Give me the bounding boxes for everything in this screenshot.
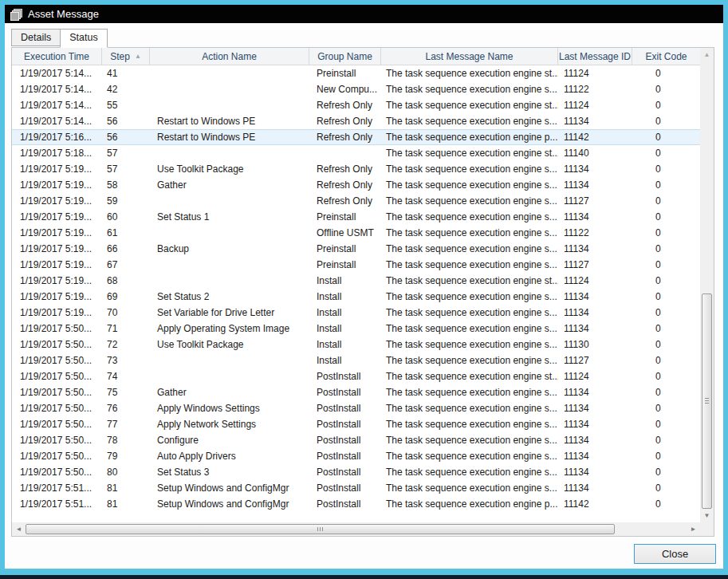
- grid-cell: Use Toolkit Package: [150, 161, 309, 177]
- grid-cell: Refresh Only: [309, 97, 381, 113]
- grid-cell: 0: [632, 289, 700, 305]
- grid-cell: [150, 225, 309, 241]
- grid-row[interactable]: 1/19/2017 5:51...81Setup Windows and Con…: [12, 496, 700, 512]
- vertical-scrollbar-thumb[interactable]: [702, 293, 712, 509]
- grid-row[interactable]: 1/19/2017 5:19...69Set Status 2InstallTh…: [12, 289, 700, 305]
- grid-cell: [150, 145, 309, 161]
- grid-cell: 1/19/2017 5:50...: [12, 464, 102, 480]
- grid-row[interactable]: 1/19/2017 5:50...78ConfigurePostInstallT…: [12, 432, 700, 448]
- grid-cell: Gather: [150, 384, 309, 400]
- grid-row[interactable]: 1/19/2017 5:19...67PreinstallThe task se…: [12, 257, 700, 273]
- grid-row[interactable]: 1/19/2017 5:18...57The task sequence exe…: [12, 145, 700, 161]
- grid-cell: 11127: [558, 193, 632, 209]
- grid-cell: 11134: [558, 400, 632, 416]
- grid-row[interactable]: 1/19/2017 5:50...74PostInstallThe task s…: [12, 368, 700, 384]
- grid-row[interactable]: 1/19/2017 5:19...68InstallThe task seque…: [12, 273, 700, 289]
- column-header-group-name[interactable]: Group Name: [309, 48, 381, 65]
- grid-cell: [150, 353, 309, 368]
- grid-row[interactable]: 1/19/2017 5:19...58GatherRefresh OnlyThe…: [12, 177, 700, 193]
- tab-status[interactable]: Status: [60, 29, 107, 48]
- grid-row[interactable]: 1/19/2017 5:19...61Offline USMTThe task …: [12, 225, 700, 241]
- column-header-exit-code[interactable]: Exit Code: [632, 48, 700, 65]
- grid-cell: Refresh Only: [309, 177, 381, 193]
- scroll-up-button[interactable]: ▲: [700, 48, 714, 61]
- grid-cell: 0: [632, 257, 700, 273]
- grid-cell: 66: [102, 241, 150, 257]
- horizontal-scrollbar-thumb[interactable]: [26, 524, 615, 534]
- grid-cell: 11134: [558, 177, 632, 193]
- grid-row[interactable]: 1/19/2017 5:14...42New Compu...The task …: [12, 81, 700, 97]
- grid-cell: Set Variable for Drive Letter: [150, 305, 309, 321]
- column-header-execution-time[interactable]: Execution Time: [12, 48, 102, 65]
- vertical-scrollbar[interactable]: ▲ ▼: [700, 48, 714, 522]
- grid-cell: 0: [632, 273, 700, 289]
- asset-message-window: Asset Message DetailsStatus Execution Ti…: [0, 0, 728, 579]
- grid-row[interactable]: 1/19/2017 5:14...41PreinstallThe task se…: [12, 65, 700, 81]
- grid-row[interactable]: 1/19/2017 5:19...59Refresh OnlyThe task …: [12, 193, 700, 209]
- grid-cell: 1/19/2017 5:19...: [12, 161, 102, 177]
- grid-cell: The task sequence execution engine s...: [381, 353, 558, 368]
- scroll-left-button[interactable]: ◄: [12, 522, 26, 536]
- grid-row[interactable]: 1/19/2017 5:19...66BackupPreinstallThe t…: [12, 241, 700, 257]
- grid-cell: Install: [309, 321, 381, 337]
- grid-row[interactable]: 1/19/2017 5:19...70Set Variable for Driv…: [12, 305, 700, 321]
- grid-row[interactable]: 1/19/2017 5:19...60Set Status 1Preinstal…: [12, 209, 700, 225]
- grid-cell: Preinstall: [309, 241, 381, 257]
- grid-row[interactable]: 1/19/2017 5:50...72Use Toolkit PackageIn…: [12, 337, 700, 353]
- grid-cell: 1/19/2017 5:19...: [12, 177, 102, 193]
- column-header-last-message-id[interactable]: Last Message ID: [558, 48, 632, 65]
- scroll-right-button[interactable]: ►: [687, 522, 700, 536]
- grid-cell: 1/19/2017 5:50...: [12, 321, 102, 337]
- column-header-last-message-name[interactable]: Last Message Name: [381, 48, 558, 65]
- close-button[interactable]: Close: [634, 544, 716, 564]
- grid-row[interactable]: 1/19/2017 5:16...56Restart to Windows PE…: [12, 129, 700, 145]
- grid-row[interactable]: 1/19/2017 5:50...80Set Status 3PostInsta…: [12, 464, 700, 480]
- column-header-action-name[interactable]: Action Name: [150, 48, 309, 65]
- grid-row[interactable]: 1/19/2017 5:50...75GatherPostInstallThe …: [12, 384, 700, 400]
- grid-cell: PostInstall: [309, 464, 381, 480]
- grid-cell: 11124: [558, 97, 632, 113]
- grid-cell: 11124: [558, 368, 632, 384]
- grid-row[interactable]: 1/19/2017 5:19...57Use Toolkit PackageRe…: [12, 161, 700, 177]
- title-bar[interactable]: Asset Message: [5, 5, 723, 23]
- grid-cell: 11130: [558, 337, 632, 353]
- column-header-step[interactable]: Step▲: [102, 48, 150, 65]
- grid-cell: 56: [102, 130, 150, 144]
- grid-row[interactable]: 1/19/2017 5:50...73InstallThe task seque…: [12, 353, 700, 368]
- grid-cell: 76: [102, 400, 150, 416]
- tab-details[interactable]: Details: [11, 29, 61, 46]
- grid-cell: Apply Network Settings: [150, 416, 309, 432]
- grid-cell: The task sequence execution engine st...: [381, 368, 558, 384]
- grid-cell: PostInstall: [309, 400, 381, 416]
- grid-cell: 0: [632, 416, 700, 432]
- horizontal-scrollbar[interactable]: ◄ ►: [12, 522, 700, 536]
- grid-cell: Refresh Only: [309, 130, 381, 144]
- grid-cell: 1/19/2017 5:51...: [12, 480, 102, 496]
- scroll-down-button[interactable]: ▼: [700, 509, 714, 522]
- grid-row[interactable]: 1/19/2017 5:50...71Apply Operating Syste…: [12, 321, 700, 337]
- scrollbar-grip: [317, 527, 324, 531]
- grid-cell: 1/19/2017 5:50...: [12, 353, 102, 368]
- grid-row[interactable]: 1/19/2017 5:50...76Apply Windows Setting…: [12, 400, 700, 416]
- grid-cell: The task sequence execution engine s...: [381, 209, 558, 225]
- grid-row[interactable]: 1/19/2017 5:14...56Restart to Windows PE…: [12, 113, 700, 129]
- grid-cell: 1/19/2017 5:50...: [12, 416, 102, 432]
- grid-row[interactable]: 1/19/2017 5:50...77Apply Network Setting…: [12, 416, 700, 432]
- grid-cell: 11134: [558, 384, 632, 400]
- grid-cell: 0: [632, 353, 700, 368]
- grid-cell: 11140: [558, 145, 632, 161]
- grid-cell: 11124: [558, 273, 632, 289]
- grid-row[interactable]: 1/19/2017 5:50...79Auto Apply DriversPos…: [12, 448, 700, 464]
- grid-cell: Install: [309, 289, 381, 305]
- grid-cell: 1/19/2017 5:14...: [12, 97, 102, 113]
- sort-ascending-icon: ▲: [135, 53, 141, 60]
- grid-cell: PostInstall: [309, 368, 381, 384]
- grid-cell: 11134: [558, 480, 632, 496]
- grid-cell: 11134: [558, 432, 632, 448]
- grid-cell: 11127: [558, 257, 632, 273]
- grid-cell: Set Status 2: [150, 289, 309, 305]
- grid-row[interactable]: 1/19/2017 5:14...55Refresh OnlyThe task …: [12, 97, 700, 113]
- grid-header-row: Execution TimeStep▲Action NameGroup Name…: [12, 48, 700, 65]
- grid-row[interactable]: 1/19/2017 5:51...81Setup Windows and Con…: [12, 480, 700, 496]
- grid-cell: 0: [632, 145, 700, 161]
